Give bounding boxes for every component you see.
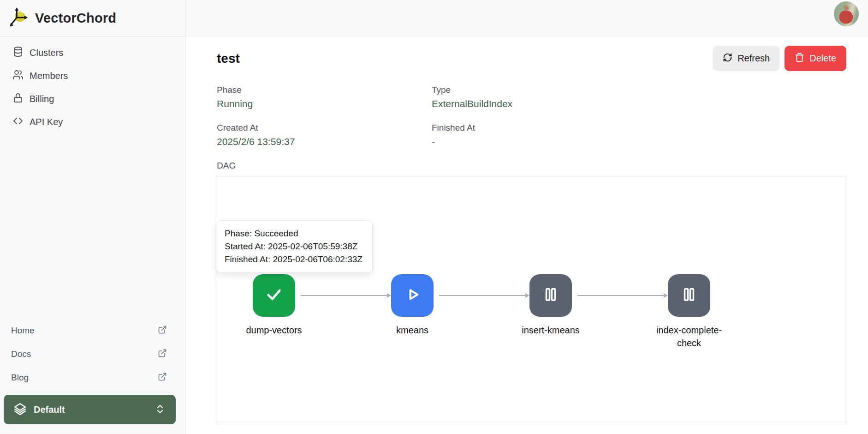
tooltip-finished-at: Finished At: 2025-02-06T06:02:33Z	[225, 253, 364, 266]
workspace-name: Default	[34, 404, 147, 415]
page-title: test	[217, 51, 240, 66]
field-label: Phase	[217, 85, 432, 95]
node-label: kmeans	[396, 324, 428, 337]
refresh-icon	[723, 53, 732, 65]
node-label: index-complete-check	[652, 324, 726, 350]
chevrons-up-down-icon	[155, 404, 166, 416]
dag-canvas[interactable]: dump-vectors kmeans	[217, 176, 846, 424]
pause-icon	[541, 285, 560, 306]
field-value: 2025/2/6 13:59:37	[217, 136, 432, 147]
node-status-pending[interactable]	[529, 274, 572, 317]
dag-node-dump-vectors: dump-vectors	[223, 274, 325, 337]
link-label: Blog	[11, 373, 29, 383]
node-status-succeeded[interactable]	[253, 274, 295, 317]
link-blog[interactable]: Blog	[0, 366, 185, 389]
link-home[interactable]: Home	[0, 319, 185, 342]
refresh-button-label: Refresh	[737, 53, 770, 64]
brand-name: VectorChord	[35, 11, 116, 26]
sidebar-item-billing[interactable]: Billing	[0, 87, 185, 110]
field-label: Created At	[217, 123, 432, 133]
layers-icon	[14, 403, 26, 416]
trash-icon	[795, 53, 804, 65]
node-label: dump-vectors	[246, 324, 302, 337]
external-link-icon	[158, 349, 167, 360]
tooltip-phase: Phase: Succeeded	[225, 227, 364, 240]
field-label: Type	[432, 85, 846, 95]
user-avatar[interactable]	[834, 1, 859, 26]
database-icon	[12, 46, 24, 59]
pause-icon	[679, 285, 699, 306]
workspace-selector[interactable]: Default	[4, 395, 176, 424]
main-column: test Refresh	[186, 0, 868, 434]
node-label: insert-kmeans	[522, 324, 580, 337]
sidebar-item-label: Billing	[30, 94, 54, 104]
delete-button[interactable]: Delete	[785, 46, 846, 71]
field-value: ExternalBuildIndex	[432, 98, 846, 109]
node-status-pending[interactable]	[668, 274, 710, 317]
external-link-icon	[158, 325, 167, 336]
refresh-button[interactable]: Refresh	[713, 46, 780, 71]
page-header: test Refresh	[217, 46, 846, 71]
sidebar: VectorChord Clusters	[0, 0, 186, 434]
sidebar-nav: Clusters Members	[0, 36, 185, 133]
app-window: VectorChord Clusters	[0, 0, 868, 434]
check-icon	[264, 285, 284, 306]
external-link-icon	[158, 372, 167, 383]
field-value: -	[432, 136, 846, 147]
node-status-running[interactable]	[391, 274, 434, 317]
job-detail-page: test Refresh	[186, 36, 868, 434]
job-details: Phase Running Type ExternalBuildIndex Cr…	[217, 85, 846, 147]
field-created-at: Created At 2025/2/6 13:59:37	[217, 123, 432, 147]
link-docs[interactable]: Docs	[0, 342, 185, 366]
field-label: Finished At	[432, 123, 846, 133]
dag-node-kmeans: kmeans	[362, 274, 463, 337]
brand: VectorChord	[0, 0, 185, 36]
sidebar-item-members[interactable]: Members	[0, 64, 185, 87]
sidebar-item-clusters[interactable]: Clusters	[0, 41, 185, 64]
field-finished-at: Finished At -	[432, 123, 846, 147]
sidebar-external-links: Home Docs	[0, 319, 185, 395]
field-type: Type ExternalBuildIndex	[432, 85, 846, 109]
sidebar-item-api-key[interactable]: API Key	[0, 110, 185, 133]
sidebar-item-label: API Key	[30, 117, 63, 127]
header-actions: Refresh Delete	[713, 46, 846, 71]
tooltip-started-at: Started At: 2025-02-06T05:59:38Z	[225, 240, 364, 253]
field-value: Running	[217, 98, 432, 109]
dag-node-insert-kmeans: insert-kmeans	[500, 274, 601, 337]
code-icon	[12, 115, 24, 128]
dag-section-label: DAG	[217, 161, 846, 171]
vectorchord-logo-icon	[9, 6, 30, 30]
link-label: Home	[11, 326, 35, 336]
field-phase: Phase Running	[217, 85, 432, 109]
dag-node-index-complete-check: index-complete-check	[638, 274, 740, 350]
sidebar-item-label: Members	[30, 71, 68, 81]
lock-icon	[12, 92, 24, 105]
topbar	[186, 0, 868, 36]
link-label: Docs	[11, 349, 31, 359]
users-icon	[12, 69, 24, 82]
node-tooltip: Phase: Succeeded Started At: 2025-02-06T…	[216, 220, 373, 273]
play-icon	[403, 285, 422, 306]
sidebar-item-label: Clusters	[30, 48, 63, 58]
delete-button-label: Delete	[809, 53, 836, 64]
